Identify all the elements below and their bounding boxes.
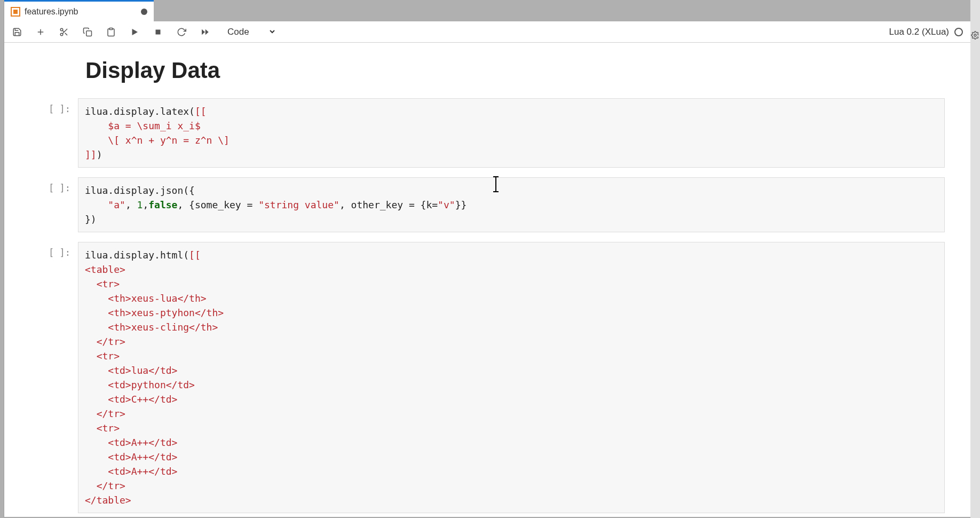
code-input[interactable]: ilua.display.latex([[ $a = \sum_i x_i$ \…	[78, 98, 945, 168]
tab-bar: features.ipynb	[4, 0, 970, 21]
notebook-content: Display Data [ ]: ilua.display.latex([[ …	[4, 43, 970, 517]
svg-marker-11	[202, 29, 205, 35]
cell-prompt: [ ]:	[30, 242, 78, 258]
save-button[interactable]	[12, 27, 22, 37]
svg-marker-9	[132, 29, 138, 35]
cell-prompt: [ ]:	[30, 98, 78, 114]
right-sidebar	[970, 0, 980, 518]
svg-line-5	[65, 33, 67, 35]
svg-line-6	[62, 30, 64, 32]
run-all-button[interactable]	[200, 27, 210, 37]
kernel-status-icon	[954, 28, 963, 36]
kernel-name: Lua 0.2 (XLua)	[889, 27, 949, 37]
code-cell[interactable]: [ ]: ilua.display.html([[ <table> <tr> <…	[30, 242, 945, 513]
svg-rect-10	[156, 29, 161, 34]
cut-button[interactable]	[59, 27, 69, 37]
svg-rect-8	[109, 28, 113, 29]
notebook-scroll-area[interactable]: Display Data [ ]: ilua.display.latex([[ …	[4, 43, 970, 517]
unsaved-indicator-icon	[141, 9, 147, 15]
code-input[interactable]: ilua.display.json({ "a", 1,false, {some_…	[78, 177, 945, 232]
notebook-icon	[11, 7, 20, 17]
gear-icon[interactable]	[971, 31, 979, 42]
code-cell[interactable]: [ ]: ilua.display.latex([[ $a = \sum_i x…	[30, 98, 945, 168]
text-cursor-icon	[495, 176, 496, 192]
svg-marker-12	[206, 29, 209, 35]
paste-button[interactable]	[106, 27, 116, 37]
run-button[interactable]	[129, 27, 140, 37]
page-title: Display Data	[85, 58, 970, 83]
restart-button[interactable]	[176, 27, 187, 37]
svg-rect-7	[86, 30, 92, 36]
app-frame: features.ipynb Co	[4, 0, 970, 517]
interrupt-button[interactable]	[153, 27, 163, 37]
insert-cell-button[interactable]	[35, 27, 46, 37]
code-input[interactable]: ilua.display.html([[ <table> <tr> <th>xe…	[78, 242, 945, 513]
tab-title: features.ipynb	[25, 7, 78, 17]
cell-prompt: [ ]:	[30, 177, 78, 193]
code-cell[interactable]: [ ]: ilua.display.json({ "a", 1,false, {…	[30, 177, 945, 232]
svg-point-3	[60, 33, 63, 36]
copy-button[interactable]	[82, 27, 93, 37]
toolbar: Code Lua 0.2 (XLua)	[4, 21, 970, 43]
cell-type-select[interactable]: Code	[223, 25, 276, 38]
svg-point-13	[974, 34, 976, 36]
notebook-tab[interactable]: features.ipynb	[4, 0, 154, 21]
kernel-info[interactable]: Lua 0.2 (XLua)	[889, 27, 963, 37]
svg-point-2	[60, 28, 63, 31]
